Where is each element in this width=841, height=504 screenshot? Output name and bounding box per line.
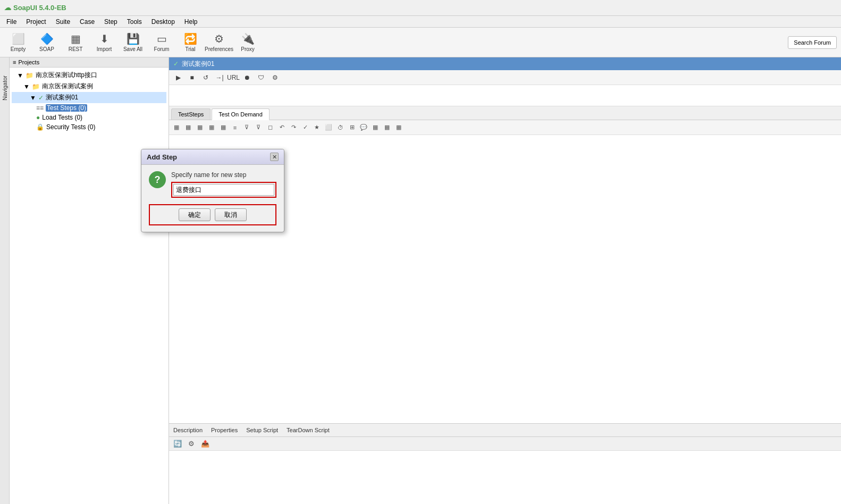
list-icon: ≡ — [13, 59, 16, 65]
import-label: Import — [97, 46, 112, 52]
step-check-btn[interactable]: ✓ — [300, 122, 310, 133]
tc-shield-btn[interactable]: 🛡 — [255, 72, 267, 83]
tab-teststeps[interactable]: TestSteps — [171, 108, 211, 120]
step-add2-btn[interactable]: ▦ — [183, 122, 194, 133]
dialog-cancel-button[interactable]: 取消 — [215, 208, 247, 221]
app-title: SoapUI 5.4.0-EB — [13, 4, 66, 12]
tree-view: ▼ 📁 南京医保测试http接口 ▼ 📁 南京医保测试案例 ▼ ✓ 测试案例01… — [10, 68, 169, 504]
main-layout: Navigator ≡ Projects ▼ 📁 南京医保测试http接口 ▼ … — [0, 57, 841, 504]
step-filter2-btn[interactable]: ⊽ — [253, 122, 264, 133]
toolbar-import[interactable]: ⬇ Import — [90, 29, 118, 56]
dialog-title: Add Step — [147, 153, 177, 161]
left-panel: ≡ Projects ▼ 📁 南京医保测试http接口 ▼ 📁 南京医保测试案例… — [10, 57, 169, 504]
steps-toolbar: ▦ ▦ ▦ ▦ ▦ ≡ ⊽ ⊽ ◻ ↶ ↷ ✓ ★ ⬜ ⏱ ⊞ 💬 ▦ ▦ ▦ — [169, 120, 841, 135]
navigator-tab: Navigator — [0, 57, 10, 504]
tree-item-case[interactable]: ▼ ✓ 测试案例01 — [12, 92, 166, 103]
script-area — [169, 451, 841, 504]
tc-rec-btn[interactable]: ⏺ — [241, 72, 253, 83]
bottom-tabs: Description Properties Setup Script Tear… — [169, 423, 841, 437]
add-step-dialog: Add Step ✕ ? Specify name for new step 确… — [141, 149, 284, 232]
dialog-close-button[interactable]: ✕ — [270, 153, 279, 161]
tree-item-case-label: 测试案例01 — [46, 93, 78, 102]
toolbar-forum[interactable]: ▭ Forum — [148, 29, 175, 56]
logo-icon: ☁ — [4, 4, 11, 12]
tc-refresh-btn[interactable]: ↺ — [200, 72, 212, 83]
toolbar-save-all[interactable]: 💾 Save All — [119, 29, 147, 56]
dialog-body: ? Specify name for new step 确定 取消 — [141, 165, 284, 232]
dialog-label: Specify name for new step — [171, 171, 276, 179]
script-export-btn[interactable]: 📤 — [200, 439, 211, 449]
step-add-btn[interactable]: ▦ — [171, 122, 182, 133]
title-bar: ☁ SoapUI 5.4.0-EB — [0, 0, 841, 16]
step-table3-btn[interactable]: ▦ — [393, 122, 404, 133]
dialog-icon-area: ? Specify name for new step — [149, 171, 276, 198]
dialog-name-input[interactable] — [173, 184, 274, 196]
app-logo: ☁ SoapUI 5.4.0-EB — [4, 4, 66, 12]
tc-settings-btn[interactable]: ⚙ — [269, 72, 281, 83]
menu-help[interactable]: Help — [180, 17, 202, 27]
step-star-btn[interactable]: ★ — [312, 122, 322, 133]
tc-arrow-btn[interactable]: →| — [214, 72, 225, 83]
toolbar-preferences[interactable]: ⚙ Preferences — [205, 29, 233, 56]
empty-label: Empty — [11, 46, 26, 52]
step-add3-btn[interactable]: ▦ — [195, 122, 205, 133]
dialog-confirm-button[interactable]: 确定 — [179, 208, 211, 221]
step-clock2-btn[interactable]: ⏱ — [335, 122, 346, 133]
step-list-btn[interactable]: ≡ — [230, 122, 240, 133]
menu-suite[interactable]: Suite — [52, 17, 74, 27]
toolbar-trial[interactable]: 🔁 Trial — [176, 29, 204, 56]
tree-item-teststeps[interactable]: ≡≡ Test Steps (0) — [12, 103, 166, 113]
menu-desktop[interactable]: Desktop — [147, 17, 179, 27]
tab-description[interactable]: Description — [173, 426, 203, 434]
menu-case[interactable]: Case — [75, 17, 99, 27]
step-filter-btn[interactable]: ⊽ — [241, 122, 252, 133]
menu-tools[interactable]: Tools — [123, 17, 146, 27]
tab-teardown-script[interactable]: TearDown Script — [287, 426, 330, 434]
preferences-icon: ⚙ — [214, 32, 224, 45]
step-arrow2-btn[interactable]: ↷ — [288, 122, 299, 133]
security-tests-label: Security Tests (0) — [46, 123, 95, 131]
search-forum-button[interactable]: Search Forum — [788, 36, 837, 49]
security-icon: 🔒 — [36, 123, 44, 131]
script-toolbar: 🔄 ⚙ 📤 — [169, 437, 841, 451]
step-add5-btn[interactable]: ▦ — [218, 122, 229, 133]
script-run-btn[interactable]: 🔄 — [172, 439, 183, 449]
tree-item-loadtests[interactable]: ● Load Tests (0) — [12, 113, 166, 122]
step-table-btn[interactable]: ▦ — [370, 122, 381, 133]
step-add4-btn[interactable]: ▦ — [206, 122, 217, 133]
tc-stop-btn[interactable]: ■ — [186, 72, 198, 83]
menu-file[interactable]: File — [2, 17, 21, 27]
toolbar-empty[interactable]: ⬜ Empty — [4, 29, 32, 56]
load-tests-label: Load Tests (0) — [42, 114, 82, 121]
step-clock-btn[interactable]: ⬜ — [323, 122, 334, 133]
tab-test-on-demand[interactable]: Test On Demand — [212, 108, 270, 120]
tree-item-suite-label: 南京医保测试案例 — [42, 82, 93, 91]
toolbar-proxy[interactable]: 🔌 Proxy — [234, 29, 262, 56]
step-grid-btn[interactable]: ⊞ — [347, 122, 357, 133]
folder-icon: 📁 — [26, 72, 33, 79]
script-settings-btn[interactable]: ⚙ — [186, 439, 197, 449]
tree-item-root-label: 南京医保测试http接口 — [36, 71, 97, 80]
tc-url-btn[interactable]: URL — [228, 72, 239, 83]
tree-item-securitytests[interactable]: 🔒 Security Tests (0) — [12, 122, 166, 132]
tab-properties[interactable]: Properties — [211, 426, 238, 434]
right-panel: ✓ 测试案例01 ▶ ■ ↺ →| URL ⏺ 🛡 ⚙ TestSteps Te… — [169, 57, 841, 504]
trial-label: Trial — [185, 46, 195, 52]
test-steps-label: Test Steps (0) — [46, 104, 87, 112]
tab-setup-script[interactable]: Setup Script — [246, 426, 278, 434]
tree-item-root[interactable]: ▼ 📁 南京医保测试http接口 — [12, 70, 166, 81]
toolbar-rest[interactable]: ▦ REST — [62, 29, 89, 56]
tree-item-suite[interactable]: ▼ 📁 南京医保测试案例 — [12, 81, 166, 92]
import-icon: ⬇ — [100, 32, 109, 45]
toolbar-soap[interactable]: 🔷 SOAP — [33, 29, 61, 56]
menu-project[interactable]: Project — [22, 17, 50, 27]
step-arrow-btn[interactable]: ↶ — [276, 122, 287, 133]
rest-icon: ▦ — [71, 32, 81, 45]
tc-run-btn[interactable]: ▶ — [172, 72, 184, 83]
navigator-label[interactable]: Navigator — [1, 73, 9, 103]
menu-step[interactable]: Step — [100, 17, 122, 27]
step-table2-btn[interactable]: ▦ — [382, 122, 392, 133]
step-comment-btn[interactable]: 💬 — [358, 122, 369, 133]
step-box-btn[interactable]: ◻ — [265, 122, 275, 133]
dialog-right: Specify name for new step — [171, 171, 276, 198]
